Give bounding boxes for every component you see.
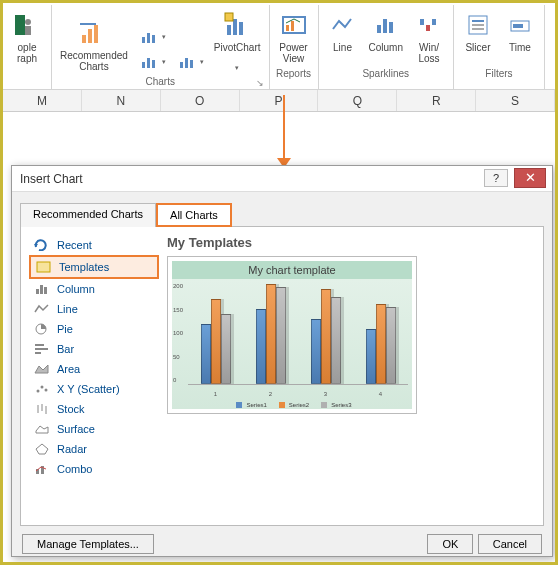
column-icon <box>33 282 51 296</box>
sidebar-item-label: X Y (Scatter) <box>57 383 120 395</box>
spark-column-icon <box>370 9 402 41</box>
dialog-titlebar: Insert Chart ? ✕ <box>12 166 552 192</box>
svg-rect-4 <box>88 29 92 43</box>
people-graph[interactable]: opleraph <box>7 7 47 66</box>
annotation-arrow <box>283 95 285 121</box>
svg-point-43 <box>37 390 40 393</box>
spark-winloss[interactable]: Win/Loss <box>409 7 449 66</box>
svg-rect-31 <box>472 24 484 26</box>
sidebar-item-area[interactable]: Area <box>29 359 159 379</box>
pivot-chart[interactable]: PivotChart▾ <box>210 7 265 74</box>
recommended-charts-icon <box>78 17 110 49</box>
svg-point-1 <box>25 19 31 25</box>
charts-small-2[interactable]: ▾ <box>134 50 170 74</box>
svg-rect-14 <box>185 58 188 68</box>
recent-icon <box>33 238 51 252</box>
column-header[interactable]: N <box>82 90 161 111</box>
column-header[interactable]: R <box>397 90 476 111</box>
dialog-launcher-icon[interactable]: ↘ <box>255 78 265 88</box>
svg-rect-21 <box>286 25 289 31</box>
svg-rect-24 <box>383 19 387 33</box>
chart-type-sidebar: RecentTemplatesColumnLinePieBarAreaX Y (… <box>29 235 159 517</box>
sidebar-item-label: Templates <box>59 261 109 273</box>
area-icon <box>33 362 51 376</box>
power-view-icon <box>278 9 310 41</box>
column-header[interactable]: Q <box>318 90 397 111</box>
column-header[interactable]: O <box>161 90 240 111</box>
cancel-button[interactable]: Cancel <box>478 534 542 554</box>
sidebar-item-line[interactable]: Line <box>29 299 159 319</box>
column-header[interactable]: S <box>476 90 555 111</box>
sidebar-item-combo[interactable]: Combo <box>29 459 159 479</box>
svg-rect-2 <box>25 26 31 35</box>
spark-winloss-icon <box>413 9 445 41</box>
manage-templates-button[interactable]: Manage Templates... <box>22 534 154 554</box>
svg-point-44 <box>41 386 44 389</box>
tab-recommended-charts[interactable]: Recommended Charts <box>20 203 156 227</box>
svg-rect-27 <box>426 25 430 31</box>
charts-small-1-icon <box>138 27 162 47</box>
insert-chart-dialog: Insert Chart ? ✕ Recommended ChartsAll C… <box>11 165 553 557</box>
bar-icon <box>33 342 51 356</box>
sidebar-item-pie[interactable]: Pie <box>29 319 159 339</box>
pivot-chart-icon <box>221 9 253 41</box>
line-icon <box>33 302 51 316</box>
svg-rect-34 <box>513 24 523 28</box>
spark-column[interactable]: Column <box>365 7 407 66</box>
svg-marker-49 <box>36 444 48 454</box>
svg-rect-36 <box>36 289 39 294</box>
sidebar-item-label: Surface <box>57 423 95 435</box>
sidebar-item-label: Column <box>57 283 95 295</box>
ok-button[interactable]: OK <box>427 534 473 554</box>
charts-small-3[interactable]: ▾ <box>172 50 208 74</box>
svg-rect-37 <box>40 285 43 294</box>
svg-rect-19 <box>225 13 233 21</box>
svg-rect-35 <box>37 262 50 272</box>
power-view[interactable]: PowerView <box>274 7 314 66</box>
sidebar-item-recent[interactable]: Recent <box>29 235 159 255</box>
help-button[interactable]: ? <box>484 169 508 187</box>
sidebar-item-column[interactable]: Column <box>29 279 159 299</box>
sidebar-item-bar[interactable]: Bar <box>29 339 159 359</box>
svg-rect-13 <box>180 62 183 68</box>
dialog-title: Insert Chart <box>20 172 83 186</box>
slicer[interactable]: Slicer <box>458 7 498 66</box>
ribbon-group-label: Reports <box>274 68 314 79</box>
svg-rect-11 <box>147 58 150 68</box>
sidebar-item-xy[interactable]: X Y (Scatter) <box>29 379 159 399</box>
sidebar-item-templates[interactable]: Templates <box>29 255 159 279</box>
people-graph-icon <box>11 9 43 41</box>
sidebar-item-stock[interactable]: Stock <box>29 399 159 419</box>
svg-rect-16 <box>227 25 231 35</box>
close-button[interactable]: ✕ <box>514 168 546 188</box>
svg-rect-41 <box>35 348 48 350</box>
radar-icon <box>33 442 51 456</box>
svg-rect-26 <box>420 19 424 25</box>
template-thumbnail[interactable]: My chart template 200150100500 1234 Seri… <box>167 256 417 414</box>
sidebar-item-surface[interactable]: Surface <box>29 419 159 439</box>
spark-line[interactable]: Line <box>323 7 363 66</box>
column-header[interactable]: P <box>240 90 319 111</box>
sidebar-item-radar[interactable]: Radar <box>29 439 159 459</box>
charts-small-1[interactable]: ▾ <box>134 25 170 49</box>
preview-section-title: My Templates <box>167 235 535 250</box>
slicer-icon <box>462 9 494 41</box>
column-headers: MNOPQRS <box>3 90 555 112</box>
tab-all-charts[interactable]: All Charts <box>156 203 232 227</box>
sidebar-item-label: Combo <box>57 463 92 475</box>
column-header[interactable]: M <box>3 90 82 111</box>
sidebar-item-label: Area <box>57 363 80 375</box>
timeline[interactable]: Time <box>500 7 540 66</box>
stock-icon <box>33 402 51 416</box>
sidebar-item-label: Pie <box>57 323 73 335</box>
charts-small-2-icon <box>138 52 162 72</box>
sidebar-item-label: Recent <box>57 239 92 251</box>
svg-rect-42 <box>35 352 41 354</box>
surface-icon <box>33 422 51 436</box>
sidebar-item-label: Stock <box>57 403 85 415</box>
recommended-charts[interactable]: RecommendedCharts <box>56 15 132 74</box>
svg-rect-23 <box>377 25 381 33</box>
timeline-icon <box>504 9 536 41</box>
pie-icon <box>33 322 51 336</box>
svg-rect-0 <box>15 15 25 35</box>
